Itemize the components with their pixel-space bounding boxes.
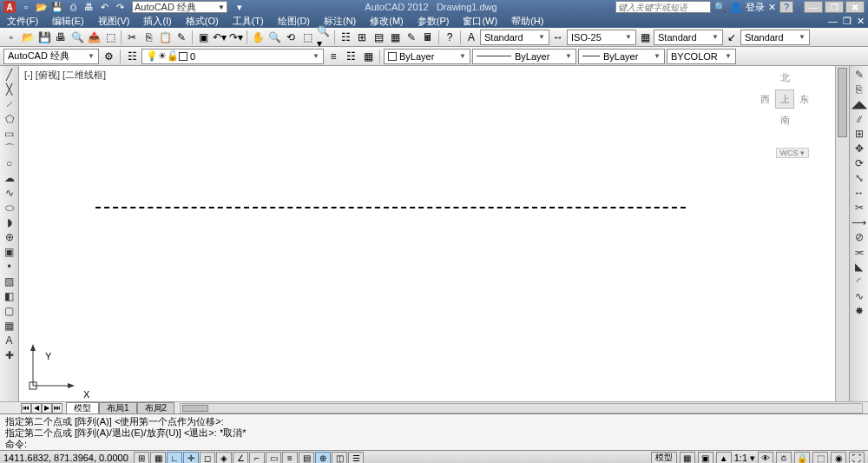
ellipsearc-tool[interactable]: ◗: [2, 215, 17, 229]
circle-tool[interactable]: ○: [2, 156, 17, 170]
preview-button[interactable]: 🔍: [69, 30, 85, 45]
am-toggle[interactable]: ☰: [348, 452, 364, 463]
addselected-tool[interactable]: ✚: [2, 348, 17, 362]
erase-tool[interactable]: ✎: [852, 68, 867, 82]
array-tool[interactable]: ⊞: [852, 127, 867, 141]
mirror-tool[interactable]: ◢◣: [852, 97, 867, 111]
cut-button[interactable]: ✂: [124, 30, 140, 45]
paste-button[interactable]: 📋: [157, 30, 173, 45]
plot-button[interactable]: 🖶: [53, 30, 69, 45]
arc-tool[interactable]: ⌒: [2, 142, 17, 155]
explode-tool[interactable]: ✸: [852, 304, 867, 318]
menu-edit[interactable]: 编辑(E): [49, 15, 88, 28]
quickview-layouts-icon[interactable]: ▦: [680, 452, 695, 463]
tpy-toggle[interactable]: ▤: [299, 452, 314, 463]
lwt-toggle[interactable]: ≡: [282, 452, 298, 463]
tab-last-button[interactable]: ⏭: [52, 403, 62, 413]
3dosnap-toggle[interactable]: ◈: [216, 452, 232, 463]
saveas-icon[interactable]: ⎙: [66, 1, 80, 13]
scale-menu-icon[interactable]: ▾: [750, 453, 755, 464]
join-tool[interactable]: ⫘: [852, 245, 867, 259]
sheetset-button[interactable]: ▦: [387, 30, 403, 45]
revcloud-tool[interactable]: ☁: [2, 171, 17, 185]
menu-view[interactable]: 视图(V): [95, 15, 134, 28]
command-window[interactable]: 指定第二个点或 [阵列(A)] <使用第一个点作为位移>: 指定第二个点或 [阵…: [0, 413, 868, 450]
trim-tool[interactable]: ✂: [852, 201, 867, 215]
markup-button[interactable]: ✎: [404, 30, 419, 45]
doc-restore-icon[interactable]: ❐: [843, 16, 852, 27]
publish-button[interactable]: 📤: [86, 30, 102, 45]
polygon-tool[interactable]: ⬠: [2, 112, 17, 126]
annoscale-icon[interactable]: ▲: [716, 452, 732, 463]
new-icon[interactable]: ▫: [19, 1, 33, 13]
cleanscreen-icon[interactable]: ⛶: [849, 452, 865, 463]
zoom-button[interactable]: 🔍▾: [316, 30, 332, 45]
move-tool[interactable]: ✥: [852, 142, 867, 155]
tab-model[interactable]: 模型: [66, 402, 99, 413]
open-button[interactable]: 📂: [20, 30, 36, 45]
close-button[interactable]: ✖: [845, 1, 865, 13]
dimstyle-icon[interactable]: ↔: [550, 30, 566, 45]
isolate-icon[interactable]: ◉: [831, 452, 846, 463]
extend-tool[interactable]: ⟶: [852, 215, 867, 229]
block-button[interactable]: ▣: [195, 30, 211, 45]
blend-tool[interactable]: ∿: [852, 289, 867, 303]
undo-button[interactable]: ↶▾: [212, 30, 227, 45]
viewcube-east[interactable]: 东: [799, 93, 809, 106]
ducs-toggle[interactable]: ⌐: [249, 452, 265, 463]
grid-toggle[interactable]: ▦: [150, 452, 166, 463]
zoom-window-button[interactable]: ⬚: [299, 30, 315, 45]
menu-format[interactable]: 格式(O): [182, 15, 222, 28]
search-input[interactable]: [615, 1, 711, 13]
gradient-tool[interactable]: ◧: [2, 289, 17, 303]
scale-label[interactable]: 1:1: [734, 453, 747, 463]
layer-previous-icon[interactable]: ≡: [326, 49, 341, 64]
login-link[interactable]: 登录: [746, 1, 765, 14]
viewport-label[interactable]: [-] [俯视] [二维线框]: [24, 69, 106, 82]
qp-toggle[interactable]: ⊕: [315, 452, 331, 463]
region-tool[interactable]: ▢: [2, 304, 17, 318]
osnap-toggle[interactable]: ◻: [200, 452, 215, 463]
menu-modify[interactable]: 修改(M): [366, 15, 407, 28]
exchange-icon[interactable]: ✕: [768, 2, 776, 13]
scale-tool[interactable]: ⤡: [852, 171, 867, 185]
layer-states-icon[interactable]: ☷: [343, 49, 358, 64]
tab-layout2[interactable]: 布局2: [137, 402, 175, 413]
view-cube[interactable]: 北 西 上 东 南: [759, 71, 811, 127]
doc-close-icon[interactable]: ✕: [857, 16, 865, 27]
wcs-badge[interactable]: WCS ▾: [776, 148, 810, 158]
sc-toggle[interactable]: ◫: [332, 452, 347, 463]
drawing-canvas[interactable]: [-] [俯视] [二维线框] 北 西 上 东 南 WCS ▾ Y X: [19, 66, 835, 401]
doc-minimize-icon[interactable]: —: [828, 16, 838, 27]
tab-next-button[interactable]: ▶: [42, 403, 52, 413]
menu-file[interactable]: 文件(F): [3, 15, 42, 28]
toolpal-button[interactable]: ▤: [371, 30, 386, 45]
quickview-drawings-icon[interactable]: ▣: [698, 452, 713, 463]
pan-button[interactable]: ✋: [250, 30, 266, 45]
insert-tool[interactable]: ⊕: [2, 230, 17, 244]
plotstyle-dropdown[interactable]: BYCOLOR▼: [667, 49, 736, 64]
offset-tool[interactable]: ⫽: [852, 112, 867, 126]
viewcube-north[interactable]: 北: [759, 71, 811, 84]
line-tool[interactable]: ╱: [2, 68, 17, 82]
ellipse-tool[interactable]: ⬭: [2, 201, 17, 215]
mleaderstyle-dropdown[interactable]: Standard▼: [740, 30, 810, 45]
viewcube-west[interactable]: 西: [760, 93, 770, 106]
qcalc-button[interactable]: 🖩: [420, 30, 436, 45]
drawn-line[interactable]: [95, 207, 686, 208]
viewcube-top[interactable]: 上: [775, 89, 794, 109]
zoom-rt-button[interactable]: 🔍: [266, 30, 282, 45]
polyline-tool[interactable]: ⟋: [2, 97, 17, 111]
break-tool[interactable]: ⊘: [852, 230, 867, 244]
vertical-scrollbar[interactable]: [835, 66, 849, 401]
redo-icon[interactable]: ↷: [113, 1, 127, 13]
menu-insert[interactable]: 插入(I): [140, 15, 174, 28]
stretch-tool[interactable]: ↔: [852, 186, 867, 200]
tablestyle-icon[interactable]: ▦: [637, 30, 653, 45]
tab-prev-button[interactable]: ◀: [31, 403, 42, 413]
search-icon[interactable]: 🔍: [714, 2, 727, 13]
3ddwf-button[interactable]: ⬚: [102, 30, 118, 45]
table-tool[interactable]: ▦: [2, 319, 17, 333]
rotate-tool[interactable]: ⟳: [852, 156, 867, 170]
layer-iso-icon[interactable]: ▦: [360, 49, 376, 64]
